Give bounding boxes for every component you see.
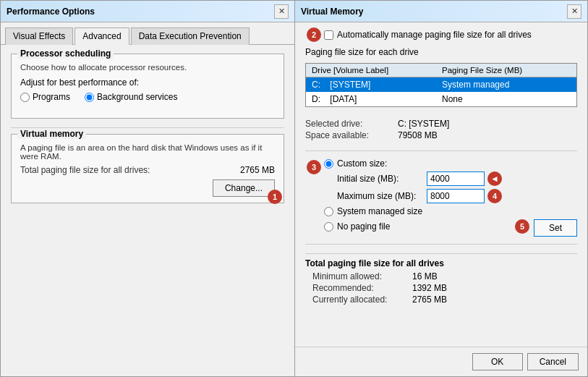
processor-scheduling-content: Choose how to allocate processor resourc… — [20, 63, 275, 102]
separator — [11, 127, 284, 128]
auto-manage-label[interactable]: Automatically manage paging file size fo… — [337, 30, 532, 40]
no-paging-radio[interactable] — [324, 222, 333, 232]
divider-2 — [305, 244, 577, 245]
system-managed-label: System managed size — [337, 206, 422, 216]
virtual-memory-group: Virtual memory A paging file is an area … — [11, 134, 284, 203]
virtual-memory-content: A paging file is an area on the hard dis… — [20, 143, 275, 197]
auto-manage-row: 2 Automatically manage paging file size … — [324, 30, 577, 40]
drive-row-c[interactable]: C: [SYSTEM] System managed — [306, 77, 576, 92]
programs-radio-option[interactable]: Programs — [20, 92, 70, 102]
performance-close-button[interactable]: ✕ — [274, 4, 289, 19]
total-grid: Minimum allowed: 16 MB Recommended: 1392… — [312, 271, 577, 305]
performance-title-bar: Performance Options ✕ — [1, 1, 294, 22]
arrow-badge-initial: ◄ — [487, 171, 502, 186]
processor-scheduling-title: Processor scheduling — [17, 48, 114, 59]
initial-size-label: Initial size (MB): — [337, 174, 424, 184]
selected-drive-label: Selected drive: — [305, 119, 392, 129]
drive-d-info: D: [DATA] — [312, 94, 442, 104]
vmem-total-label: Total paging file size for all drives: — [20, 165, 150, 175]
virtual-memory-window: Virtual Memory ✕ 2 Automatically manage … — [295, 0, 588, 377]
vm-title: Virtual Memory — [301, 7, 363, 17]
drive-row-d[interactable]: D: [DATA] None — [306, 92, 576, 106]
performance-options-window: Performance Options ✕ Visual Effects Adv… — [0, 0, 295, 377]
ok-button[interactable]: OK — [472, 353, 523, 370]
drive-c-letter: C: — [312, 80, 320, 90]
total-section-title: Total paging file size for all drives — [305, 258, 577, 268]
size-header: Paging File Size (MB) — [442, 66, 571, 75]
system-managed-radio[interactable] — [324, 207, 333, 216]
set-button[interactable]: Set — [534, 219, 577, 237]
auto-manage-checkbox[interactable] — [324, 30, 333, 40]
badge-1: 1 — [268, 190, 282, 204]
current-value: 2765 MB — [412, 295, 577, 305]
vmem-total-value: 2765 MB — [240, 165, 275, 175]
performance-radio-group: Programs Background services — [20, 92, 275, 102]
tab-advanced[interactable]: Advanced — [74, 27, 129, 45]
system-managed-option: System managed size — [324, 206, 577, 216]
selected-drive-info: Selected drive: C: [SYSTEM] Space availa… — [305, 119, 577, 140]
tab-visual-effects[interactable]: Visual Effects — [5, 27, 73, 45]
custom-size-label: Custom size: — [337, 158, 387, 169]
vm-content: 2 Automatically manage paging file size … — [295, 22, 587, 347]
performance-title: Performance Options — [7, 7, 95, 17]
tab-dep[interactable]: Data Execution Prevention — [131, 27, 250, 45]
vm-close-button[interactable]: ✕ — [567, 4, 581, 19]
drive-c-label: [SYSTEM] — [330, 80, 370, 90]
vm-title-bar: Virtual Memory ✕ — [295, 1, 587, 22]
minimum-label: Minimum allowed: — [312, 271, 406, 281]
vm-footer: OK Cancel — [295, 347, 587, 376]
recommended-label: Recommended: — [312, 283, 406, 293]
badge-5: 5 — [515, 219, 529, 234]
max-size-input[interactable] — [427, 189, 485, 203]
background-services-radio[interactable] — [85, 93, 94, 102]
size-inputs-container: Initial size (MB): ◄ — [337, 171, 577, 186]
vmem-desc: A paging file is an area on the hard dis… — [20, 143, 275, 161]
custom-size-radio[interactable] — [324, 159, 333, 169]
cancel-button[interactable]: Cancel — [527, 353, 579, 370]
badge-4: 4 — [487, 189, 502, 203]
max-size-label: Maximum size (MB): — [337, 191, 424, 201]
max-size-inputs-container: Maximum size (MB): 4 — [337, 189, 577, 203]
selected-drive-value: C: [SYSTEM] — [398, 119, 577, 129]
total-section: Total paging file size for all drives Mi… — [305, 253, 577, 305]
tabs-container: Visual Effects Advanced Data Execution P… — [1, 22, 294, 45]
drive-table-header: Drive [Volume Label] Paging File Size (M… — [306, 64, 576, 77]
custom-size-section: 3 Custom size: Initial size (MB): ◄ Maxi… — [324, 158, 577, 237]
programs-label: Programs — [33, 92, 70, 102]
badge-3: 3 — [307, 160, 321, 174]
processor-scheduling-desc: Choose how to allocate processor resourc… — [20, 63, 275, 72]
space-available-value: 79508 MB — [398, 130, 577, 140]
programs-radio[interactable] — [20, 93, 30, 102]
drive-d-letter: D: — [312, 94, 320, 104]
drive-header: Drive [Volume Label] — [312, 66, 442, 75]
custom-size-radio-option: Custom size: — [324, 158, 577, 169]
space-available-label: Space available: — [305, 130, 392, 140]
minimum-value: 16 MB — [412, 271, 577, 281]
vmem-total-row: Total paging file size for all drives: 2… — [20, 165, 275, 175]
change-btn-row: Change... 1 — [20, 179, 275, 197]
recommended-value: 1392 MB — [412, 283, 577, 293]
virtual-memory-title: Virtual memory — [17, 129, 86, 139]
change-button[interactable]: Change... — [213, 179, 275, 197]
drive-c-info: C: [SYSTEM] — [312, 80, 442, 90]
adjust-label: Adjust for best performance of: — [20, 77, 275, 88]
background-services-label: Background services — [97, 92, 177, 102]
drive-table: Drive [Volume Label] Paging File Size (M… — [305, 63, 577, 107]
initial-size-input[interactable] — [427, 171, 485, 186]
background-services-radio-option[interactable]: Background services — [85, 92, 177, 102]
no-paging-label: No paging file — [337, 221, 390, 232]
current-label: Currently allocated: — [312, 295, 406, 305]
paging-section-label: Paging file size for each drive — [305, 47, 577, 57]
performance-content: Processor scheduling Choose how to alloc… — [1, 45, 294, 376]
drive-d-size: None — [442, 94, 571, 104]
badge-2: 2 — [307, 27, 321, 42]
no-paging-option: No paging file — [324, 219, 515, 234]
drive-d-label: [DATA] — [330, 94, 357, 104]
divider-1 — [305, 151, 577, 151]
drive-c-size: System managed — [442, 80, 571, 90]
set-btn-row: No paging file 5 Set — [324, 219, 577, 237]
processor-scheduling-group: Processor scheduling Choose how to alloc… — [11, 54, 284, 119]
